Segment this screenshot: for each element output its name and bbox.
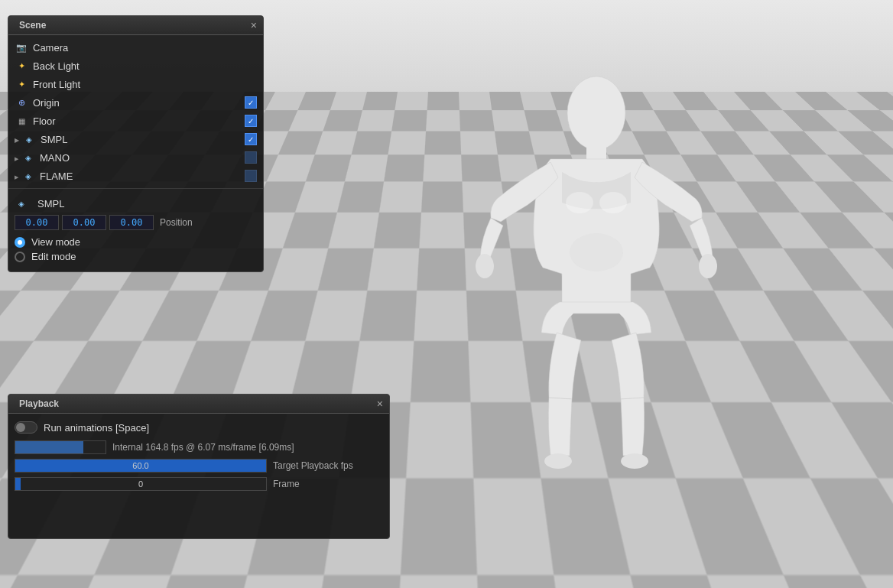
scene-item-floor[interactable]: Floor ✓ [8,112,263,130]
svg-point-2 [476,254,494,278]
position-z-input[interactable] [109,215,154,230]
view-mode-row[interactable]: View mode [15,235,257,249]
position-row: Position [15,215,257,230]
internal-fps-text [15,441,106,453]
flame-icon [21,169,35,183]
camera-label: Camera [33,42,257,54]
frame-slider[interactable]: 0 [15,477,267,491]
scene-item-front-light[interactable]: Front Light [8,75,263,93]
svg-point-3 [699,254,717,278]
scene-panel-header-left: Scene [15,20,46,31]
frame-label: Frame [273,479,300,489]
internal-fps-bar [15,440,106,454]
smpl-detail-section: SMPL Position View mode Edit mode [8,192,263,268]
flame-label: FLAME [40,171,245,182]
svg-point-4 [544,453,572,469]
playback-panel-header-left: Playback [15,398,59,409]
svg-point-5 [621,453,648,469]
playback-panel-close[interactable]: × [377,398,383,409]
origin-checkbox[interactable]: ✓ [245,96,257,109]
origin-icon [15,96,28,109]
mano-expand-icon[interactable] [15,154,18,162]
frame-value: 0 [15,478,266,490]
flame-expand-icon[interactable] [15,172,18,180]
scene-item-mano[interactable]: MANO [8,148,263,167]
scene-item-smpl[interactable]: SMPL ✓ [8,130,263,148]
smpl-detail-label: SMPL [37,198,64,210]
playback-spacer [8,493,389,535]
position-label: Position [160,217,193,228]
scene-panel-close[interactable]: × [251,20,257,31]
run-animations-label: Run animations [Space] [44,422,149,434]
mano-label: MANO [40,152,245,164]
smpl-expand-icon[interactable] [15,135,19,144]
front-light-icon [15,77,28,91]
svg-point-7 [599,192,627,213]
svg-point-0 [567,76,625,150]
scene-panel-title: Scene [19,20,46,31]
scene-panel-header: Scene × [8,16,263,35]
smpl-detail-header: SMPL [15,197,257,210]
smpl-detail-icon [15,197,28,210]
target-fps-slider[interactable]: 60.0 [15,459,267,473]
position-y-input[interactable] [62,215,106,230]
flame-checkbox[interactable] [245,170,257,182]
floor-label: Floor [33,115,245,127]
svg-rect-1 [586,145,606,161]
playback-panel-title: Playback [19,398,59,409]
back-light-icon [15,59,28,73]
floor-checkbox[interactable]: ✓ [245,115,257,127]
human-figure [474,69,719,505]
scene-item-flame[interactable]: FLAME [8,167,263,185]
view-mode-radio[interactable] [15,237,25,248]
smpl-label: SMPL [41,134,245,145]
frame-row: 0 Frame [8,475,389,493]
origin-label: Origin [33,97,245,109]
scene-item-origin[interactable]: Origin ✓ [8,93,263,112]
scene-panel: Scene × Camera Back Light Front Light Or… [8,15,264,272]
playback-panel: Playback × Run animations [Space] Intern… [8,394,390,539]
scene-item-back-light[interactable]: Back Light [8,57,263,75]
target-fps-label: Target Playback fps [273,460,353,471]
mano-checkbox[interactable] [245,151,257,164]
smpl-checkbox[interactable]: ✓ [245,133,257,145]
edit-mode-radio[interactable] [15,252,25,262]
view-mode-label: View mode [31,236,80,248]
run-animations-row: Run animations [Space] [8,417,389,438]
svg-point-6 [566,192,593,213]
svg-point-8 [570,233,623,271]
target-fps-row: 60.0 Target Playback fps [8,456,389,475]
edit-mode-row[interactable]: Edit mode [15,249,257,264]
edit-mode-label: Edit mode [31,251,76,262]
floor-icon [15,114,28,128]
internal-fps-row: Internal 164.8 fps @ 6.07 ms/frame [6.09… [8,438,389,456]
back-light-label: Back Light [33,60,257,72]
view-mode-radio-inner [18,240,22,245]
camera-icon [15,41,28,54]
mano-icon [21,151,35,164]
smpl-icon [22,132,36,146]
internal-fps-label: Internal 164.8 fps @ 6.07 ms/frame [6.09… [112,442,383,453]
front-light-label: Front Light [33,79,257,90]
separator-1 [8,188,263,189]
scene-panel-content: Camera Back Light Front Light Origin ✓ F… [8,35,263,271]
playback-panel-content: Run animations [Space] Internal 164.8 fp… [8,414,389,538]
position-x-input[interactable] [15,215,59,230]
scene-item-camera[interactable]: Camera [8,38,263,57]
target-fps-value: 60.0 [15,460,266,472]
run-animations-toggle[interactable] [15,421,37,434]
playback-panel-header: Playback × [8,395,389,414]
